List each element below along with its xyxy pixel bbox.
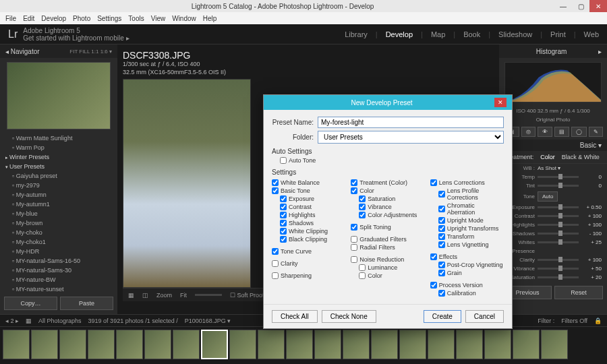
setting-checkbox[interactable] [280, 220, 287, 226]
cancel-button[interactable]: Cancel [465, 310, 504, 323]
filmstrip-thumbnail[interactable] [343, 330, 370, 359]
paste-button[interactable]: Paste [60, 297, 113, 310]
setting-checkbox[interactable] [359, 195, 366, 202]
filmstrip-thumbnail[interactable] [201, 330, 228, 359]
filmstrip-thumbnail[interactable] [59, 330, 86, 359]
dialog-titlebar[interactable]: New Develop Preset ✕ [264, 95, 512, 110]
reset-button[interactable]: Reset [554, 286, 603, 299]
radial-filter-icon[interactable]: ◯ [571, 127, 587, 137]
main-image[interactable] [123, 79, 251, 288]
saturation-slider[interactable] [538, 276, 579, 278]
filmstrip-thumbnail[interactable] [428, 330, 455, 359]
preset-item[interactable]: ▫ My-choko1 [0, 237, 117, 247]
brush-tool-icon[interactable]: ✎ [589, 127, 603, 137]
copy-button[interactable]: Copy… [4, 297, 57, 310]
folder-select[interactable]: User Presets [318, 131, 504, 144]
module-map[interactable]: Map [431, 30, 445, 38]
grad-filter-icon[interactable]: ▤ [554, 127, 569, 137]
filmstrip-thumbnail[interactable] [116, 330, 143, 359]
filmstrip-thumbnail[interactable] [371, 330, 398, 359]
setting-checkbox[interactable] [351, 256, 357, 263]
setting-checkbox[interactable] [438, 241, 445, 248]
menu-develop[interactable]: Develop [41, 15, 66, 22]
setting-checkbox[interactable] [280, 204, 287, 210]
module-book[interactable]: Book [463, 30, 480, 38]
create-button[interactable]: Create [424, 310, 461, 323]
setting-checkbox[interactable] [351, 179, 357, 186]
setting-checkbox[interactable] [359, 212, 366, 218]
filmstrip-thumbnail[interactable] [3, 330, 30, 359]
preset-folder[interactable]: Winter Presets [0, 152, 117, 162]
check-all-button[interactable]: Check All [272, 310, 318, 323]
histogram-header[interactable]: Histogram ▸ [499, 44, 607, 58]
filmstrip-thumbnail[interactable] [484, 330, 511, 359]
filmstrip-thumbnail[interactable] [258, 330, 285, 359]
minimize-button[interactable]: — [554, 0, 572, 12]
setting-checkbox[interactable] [351, 244, 357, 251]
basic-panel-header[interactable]: Basic ▾ [499, 140, 607, 151]
check-none-button[interactable]: Check None [322, 310, 376, 323]
module-slideshow[interactable]: Slideshow [498, 30, 532, 38]
navigator-header[interactable]: ◂ Navigator FIT FILL 1:1 1:6 ▾ [0, 44, 117, 58]
setting-checkbox[interactable] [430, 282, 437, 289]
preset-name-input[interactable] [318, 117, 504, 128]
setting-checkbox[interactable] [272, 187, 279, 194]
source-label[interactable]: All Photographs [38, 317, 82, 324]
auto-tone-checkbox[interactable] [280, 157, 287, 164]
exposure-slider[interactable] [538, 206, 579, 208]
filmstrip-thumbnail[interactable] [541, 330, 568, 359]
module-develop[interactable]: Develop [386, 30, 413, 38]
setting-checkbox[interactable] [438, 217, 445, 224]
setting-checkbox[interactable] [430, 179, 437, 186]
preset-item[interactable]: ▫ MY-natural-Sams-16-50 [0, 256, 117, 266]
menu-photo[interactable]: Photo [73, 15, 90, 22]
preset-item[interactable]: ▫ My-autumn1 [0, 200, 117, 209]
vibrance-slider[interactable] [538, 268, 579, 270]
setting-checkbox[interactable] [351, 224, 357, 231]
setting-checkbox[interactable] [272, 272, 279, 279]
preset-item[interactable]: ▫ MY-nature-sunset [0, 284, 117, 293]
highlights-slider[interactable] [538, 224, 579, 226]
navigator-thumbnail[interactable] [7, 62, 111, 129]
spot-tool-icon[interactable]: ◎ [521, 127, 536, 137]
filmstrip[interactable] [0, 326, 607, 364]
setting-checkbox[interactable] [438, 233, 445, 240]
setting-checkbox[interactable] [351, 236, 357, 243]
preset-item[interactable]: ▫ MY-nature-BW [0, 275, 117, 284]
setting-checkbox[interactable] [351, 187, 357, 194]
setting-checkbox[interactable] [438, 270, 445, 276]
setting-checkbox[interactable] [438, 225, 445, 232]
temp-slider[interactable] [538, 176, 579, 178]
filmstrip-thumbnail[interactable] [229, 330, 256, 359]
filmstrip-thumbnail[interactable] [88, 330, 115, 359]
preset-item[interactable]: ▫ My-brown [0, 218, 117, 228]
shadows-slider[interactable] [538, 233, 579, 235]
menu-view[interactable]: View [151, 15, 166, 22]
dialog-close-button[interactable]: ✕ [494, 98, 507, 107]
filter-dropdown[interactable]: Filters Off [561, 317, 587, 324]
loupe-view-icon[interactable]: ▦ [128, 292, 134, 299]
preset-item[interactable]: ▫ My-choko [0, 228, 117, 237]
setting-checkbox[interactable] [359, 272, 366, 279]
setting-checkbox[interactable] [280, 212, 287, 218]
preset-item[interactable]: ▫ Warm Pop [0, 143, 117, 152]
preset-item[interactable]: ▫ My-autumn [0, 190, 117, 200]
setting-checkbox[interactable] [280, 195, 287, 202]
filmstrip-thumbnail[interactable] [399, 330, 426, 359]
contrast-slider[interactable] [538, 215, 579, 217]
setting-checkbox[interactable] [272, 179, 279, 186]
menu-settings[interactable]: Settings [97, 15, 121, 22]
maximize-button[interactable]: ▢ [572, 0, 589, 12]
filter-lock-icon[interactable]: 🔒 [594, 317, 602, 324]
preset-item[interactable]: ▫ Warm Matte Sunlight [0, 133, 117, 143]
preset-item[interactable]: ▫ MY-natural-Sams-30 [0, 266, 117, 275]
preset-item[interactable]: ▫ My-HDR [0, 247, 117, 256]
setting-checkbox[interactable] [430, 253, 437, 260]
filmstrip-thumbnail[interactable] [456, 330, 483, 359]
setting-checkbox[interactable] [359, 264, 366, 271]
auto-tone-button[interactable]: Auto [538, 191, 558, 202]
redeye-tool-icon[interactable]: 👁 [538, 127, 552, 137]
preset-item[interactable]: ▫ Gaiyuha preset [0, 171, 117, 181]
filmstrip-thumbnail[interactable] [286, 330, 313, 359]
wb-dropdown[interactable]: As Shot ▾ [538, 165, 560, 171]
